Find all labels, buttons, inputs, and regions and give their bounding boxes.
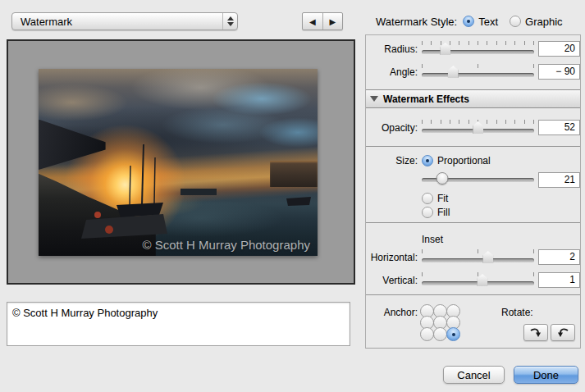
rotate-counterclockwise-icon [556,327,569,339]
cancel-button[interactable]: Cancel [443,366,505,384]
inset-vertical-row: Vertical: 1 [366,270,580,291]
watermark-dialog: Watermark ◀ ▶ Watermark Style: Text Grap… [0,0,585,392]
watermark-overlay-text: © Scott H Murray Photography [143,238,310,252]
anchor-position-grid [420,304,461,342]
inset-vertical-ticks [422,272,534,276]
rotate-clockwise-button[interactable] [523,324,548,341]
size-fill-option: Fill [422,206,450,219]
rotate-clockwise-icon [529,327,542,339]
size-proportional-radio[interactable] [422,155,433,166]
stepper-up-icon [227,16,234,21]
angle-value-field[interactable]: − 90 [538,64,580,80]
left-arrow-icon: ◀ [309,17,316,26]
size-proportional-label[interactable]: Proportional [437,155,491,166]
watermark-effects-title: Watermark Effects [383,93,469,105]
rotate-counterclockwise-button[interactable] [551,324,575,341]
dropdown-stepper-icon [222,13,237,30]
inset-horizontal-value-field[interactable]: 2 [538,249,580,265]
angle-slider-track [422,73,534,77]
anchor-cell-8[interactable] [446,327,460,341]
size-slider-thumb[interactable] [436,172,448,185]
style-text-radio-label[interactable]: Text [478,16,498,28]
radius-value-field[interactable]: 20 [538,41,580,57]
section-divider [366,222,580,223]
previous-photo-button[interactable]: ◀ [303,13,323,30]
angle-row: Angle: − 90 [366,62,580,83]
radius-row: Radius: 20 [366,39,580,60]
size-proportional-option: Proportional [422,154,491,167]
section-divider [366,294,580,295]
inset-horizontal-label: Horizontal: [366,252,418,263]
size-fit-option: Fit [422,192,448,205]
anchor-cell-6[interactable] [420,327,434,341]
done-button[interactable]: Done [514,366,578,384]
inset-vertical-value-field[interactable]: 1 [538,272,580,288]
watermark-effects-section-header[interactable]: Watermark Effects [366,89,580,108]
style-graphic-radio[interactable] [510,16,521,27]
radius-label: Radius: [366,43,418,55]
radius-slider-ticks [422,41,534,45]
opacity-label: Opacity: [366,122,418,134]
size-fill-label[interactable]: Fill [437,207,450,218]
anchor-cell-7[interactable] [433,327,447,341]
radius-slider-track [422,50,534,54]
watermark-style-row: Watermark Style: Text Graphic [376,15,574,28]
size-value-field[interactable]: 21 [538,172,580,188]
angle-label: Angle: [366,66,418,78]
photo-nav-segmented-control: ◀ ▶ [302,12,343,30]
inset-vertical-slider[interactable] [422,270,534,291]
rotate-label: Rotate: [501,307,533,318]
photo-boats-silhouette [39,69,318,256]
watermark-settings-panel: Radius: 20 Angle: − 90 Watermark Effects… [365,34,581,349]
size-slider[interactable] [422,170,534,191]
size-slider-row: 21 [366,170,580,191]
size-fit-radio[interactable] [422,193,433,204]
opacity-row: Opacity: 52 [366,117,580,139]
watermark-style-label: Watermark Style: [376,16,457,28]
style-graphic-radio-label[interactable]: Graphic [525,16,563,28]
inset-horizontal-track [422,258,534,262]
style-text-radio[interactable] [463,16,474,27]
radius-slider[interactable] [422,39,534,60]
watermark-text-input[interactable]: © Scott H Murray Photography [7,302,350,346]
watermark-preset-dropdown[interactable]: Watermark [11,12,238,30]
opacity-value-field[interactable]: 52 [538,120,580,135]
inset-horizontal-ticks [422,249,534,253]
size-fit-label[interactable]: Fit [437,193,448,204]
watermark-preview-area: © Scott H Murray Photography [7,39,355,285]
inset-horizontal-slider[interactable] [422,247,534,268]
watermark-preset-label: Watermark [12,16,222,28]
opacity-slider[interactable] [422,117,534,139]
inset-vertical-label: Vertical: [366,275,418,286]
preview-photo: © Scott H Murray Photography [39,69,318,256]
size-label: Size: [366,155,418,166]
next-photo-button[interactable]: ▶ [323,13,343,30]
angle-slider[interactable] [422,62,534,83]
angle-slider-ticks [422,64,534,68]
right-arrow-icon: ▶ [329,17,336,26]
stepper-down-icon [227,22,234,26]
disclosure-triangle-icon [370,96,378,102]
anchor-label: Anchor: [366,307,418,318]
size-fill-radio[interactable] [422,207,433,218]
inset-label: Inset [422,234,443,245]
section-divider [366,146,580,147]
inset-horizontal-row: Horizontal: 2 [366,247,580,268]
